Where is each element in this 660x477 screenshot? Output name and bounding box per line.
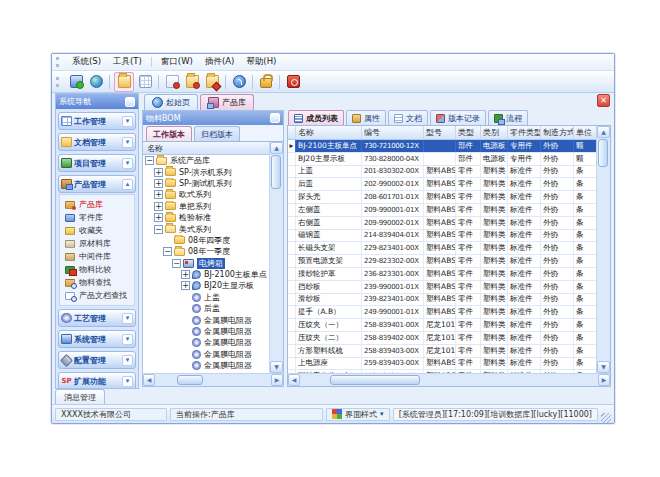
table-row[interactable]: 右侧盖209-990002-01X塑料ABS零件塑料类标准件外协条	[288, 217, 596, 230]
sidebar-item-1[interactable]: 零件库	[65, 211, 134, 224]
table-row[interactable]: 上电源座259-839403-00X塑料ABS零件塑料类标准件外协条	[288, 358, 596, 371]
table-row[interactable]: 压纹夹（一）258-839401-00X尼龙1010零件塑料类标准件外协条	[288, 319, 596, 332]
table-row[interactable]: 预置电源支架229-823302-00X塑料ABS零件塑料类标准件外协条	[288, 255, 596, 268]
tree-expander-icon[interactable]: +	[181, 281, 190, 290]
web-portal-button[interactable]	[87, 73, 105, 91]
tree-item[interactable]: +单把系列	[143, 201, 269, 212]
sidebar-item-6[interactable]: 物料查找	[65, 276, 134, 289]
table-row[interactable]: 长磁头支架229-823401-00X塑料ABS零件塑料类标准件外协条	[288, 242, 596, 255]
column-header-5[interactable]: 零件类型	[508, 126, 541, 139]
table-row[interactable]: 提手（A.B）249-990001-01X塑料ABS零件塑料类标准件外协条	[288, 306, 596, 319]
tree-item[interactable]: −电烤箱	[143, 258, 269, 269]
table-hscroll-thumb[interactable]	[330, 375, 420, 385]
sidebar-section-4[interactable]: 工艺管理▾	[58, 309, 136, 327]
exit-button[interactable]	[284, 73, 302, 91]
doc-tab-0[interactable]: 起始页	[144, 94, 198, 110]
member-tab-2[interactable]: 文档	[388, 110, 428, 125]
sidebar-section-6[interactable]: 配置管理▾	[58, 351, 136, 369]
remove-folder-button[interactable]	[203, 73, 221, 91]
version-tab-0[interactable]: 工作版本	[146, 126, 192, 141]
sidebar-item-7[interactable]: 产品文档查找	[65, 289, 134, 302]
table-row[interactable]: ▸BJ-2100主板单点730-721000-12X部件电源板专用件外协颗	[288, 140, 596, 153]
resize-grip[interactable]	[601, 413, 611, 423]
new-document-button[interactable]	[163, 73, 181, 91]
tree-item[interactable]: −系统产品库	[143, 155, 269, 166]
column-header-0[interactable]: 名称	[296, 126, 362, 139]
column-header-4[interactable]: 类别	[481, 126, 508, 139]
table-row[interactable]: 后盖202-990002-01X塑料ABS零件塑料类标准件外协条	[288, 178, 596, 191]
sidebar-section-3[interactable]: 产品管理▴	[58, 175, 136, 193]
tree-item[interactable]: 金属膜电阻器	[143, 360, 269, 371]
table-row[interactable]: 左侧盖209-990001-01X塑料ABS零件塑料类标准件外协条	[288, 204, 596, 217]
tree-vscroll-track[interactable]	[270, 154, 283, 361]
import-folder-button[interactable]	[183, 73, 201, 91]
tree-expander-icon[interactable]: −	[172, 259, 181, 268]
message-manager-tab[interactable]: 消息管理	[55, 389, 105, 404]
table-vscroll-track[interactable]	[597, 138, 610, 361]
tree-item[interactable]: +SP-测试机系列	[143, 178, 269, 189]
sidebar-item-2[interactable]: 收藏夹	[65, 224, 134, 237]
column-header-2[interactable]: 型号	[424, 126, 456, 139]
tree-item[interactable]: 金属膜电阻器	[143, 326, 269, 337]
tree-item[interactable]: 金属膜电阻器	[143, 337, 269, 348]
doc-tab-1[interactable]: 产品库	[200, 94, 254, 110]
tree-item[interactable]: +欧式系列	[143, 189, 269, 200]
ui-style-dropdown[interactable]: 界面样式 ▾	[326, 408, 390, 421]
tree-item[interactable]: −08年一季度	[143, 246, 269, 257]
tree-horizontal-scrollbar[interactable]: ◀ ▶	[143, 373, 283, 386]
scroll-right-icon[interactable]: ▶	[598, 374, 610, 386]
tree-hscroll-thumb[interactable]	[177, 375, 203, 385]
table-row[interactable]: 接纱轮护罩236-823301-00X塑料ABS零件塑料类标准件外协条	[288, 268, 596, 281]
sidebar-item-3[interactable]: 原材料库	[65, 237, 134, 250]
tree-item[interactable]: +检验标准	[143, 212, 269, 223]
close-tab-button[interactable]: ✕	[597, 94, 610, 107]
lock-button[interactable]	[257, 73, 275, 91]
sidebar-section-0[interactable]: 工作管理▾	[58, 112, 136, 130]
tree-item[interactable]: 上盖	[143, 292, 269, 303]
tree-item[interactable]: 后盖	[143, 303, 269, 314]
column-header-6[interactable]: 制造方式	[541, 126, 574, 139]
scroll-down-icon[interactable]: ▼	[597, 361, 610, 373]
column-header-1[interactable]: 编号	[362, 126, 424, 139]
column-header-3[interactable]: 类型	[456, 126, 481, 139]
table-row[interactable]: 磁钢盖214-839404-01X塑料ABS零件塑料类标准件外协条	[288, 230, 596, 243]
table-row[interactable]: 探头壳208-601701-01X塑料ABS零件塑料类标准件外协条	[288, 191, 596, 204]
version-tab-1[interactable]: 归档版本	[194, 126, 240, 141]
scroll-left-icon[interactable]: ◀	[288, 374, 300, 386]
tree-expander-icon[interactable]: +	[154, 202, 163, 211]
chevron-down-icon[interactable]: ▾	[122, 334, 133, 345]
bom-panel-pin-icon[interactable]	[270, 113, 280, 123]
scroll-left-icon[interactable]: ◀	[143, 374, 155, 386]
chevron-down-icon[interactable]: ▾	[122, 158, 133, 169]
sidebar-section-7[interactable]: SP扩展功能▾	[58, 372, 136, 388]
chevron-up-icon[interactable]: ▴	[122, 179, 133, 190]
scroll-right-icon[interactable]: ▶	[271, 374, 283, 386]
tree-expander-icon[interactable]: −	[154, 225, 163, 234]
scroll-up-icon[interactable]: ▲	[270, 142, 283, 154]
tree-item[interactable]: 08年四季度	[143, 235, 269, 246]
member-tab-4[interactable]: 流程	[488, 110, 528, 125]
sidebar-section-5[interactable]: 系统管理▾	[58, 330, 136, 348]
report-grid-button[interactable]	[136, 73, 154, 91]
tree-item[interactable]: +SP-演示机系列	[143, 166, 269, 177]
tree-column-header[interactable]: 名称	[143, 142, 269, 155]
tree-expander-icon[interactable]: +	[154, 190, 163, 199]
menu-item-2[interactable]: 窗口(W)	[155, 55, 199, 69]
tree-item[interactable]: 金属膜电阻器	[143, 349, 269, 360]
sidebar-item-5[interactable]: 物料比较	[65, 263, 134, 276]
tree-expander-icon[interactable]: +	[154, 213, 163, 222]
chevron-down-icon[interactable]: ▾	[122, 137, 133, 148]
table-row[interactable]: 方形塑料线梳258-839403-00X尼龙1010零件塑料类标准件外协条	[288, 345, 596, 358]
tree-item[interactable]: −美式系列	[143, 223, 269, 234]
chevron-down-icon[interactable]: ▾	[122, 355, 133, 366]
table-row[interactable]: 挡纱板239-990001-01X塑料ABS零件塑料类标准件外协条	[288, 281, 596, 294]
member-tab-3[interactable]: 版本记录	[430, 110, 486, 125]
product-library-button[interactable]	[114, 72, 134, 92]
menu-item-3[interactable]: 插件(A)	[199, 55, 240, 69]
tree-expander-icon[interactable]: −	[145, 156, 154, 165]
tree-vscroll-thumb[interactable]	[271, 155, 281, 189]
table-row[interactable]: 压纹夹（二）258-839402-00X尼龙1010零件塑料类标准件外协条	[288, 332, 596, 345]
chevron-down-icon[interactable]: ▾	[122, 116, 133, 127]
scroll-up-icon[interactable]: ▲	[597, 126, 610, 138]
column-header-7[interactable]: 单位	[574, 126, 596, 139]
